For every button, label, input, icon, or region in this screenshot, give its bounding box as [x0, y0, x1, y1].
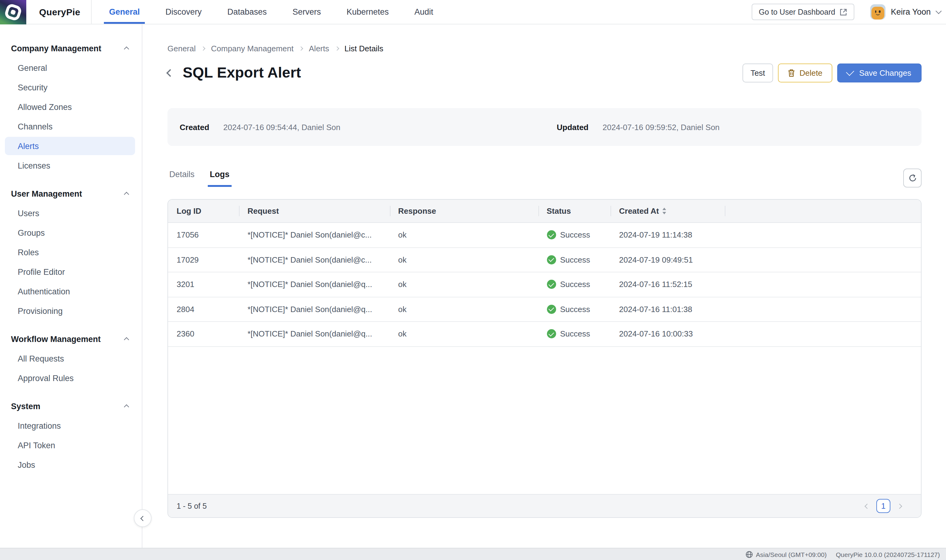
- table-row[interactable]: 2804 *[NOTICE]* Daniel Son(daniel@q... o…: [168, 297, 921, 322]
- sidebar-item-api-token[interactable]: API Token: [5, 436, 135, 454]
- cell-status: Success: [538, 322, 610, 346]
- cell-response: ok: [390, 272, 538, 297]
- table-row[interactable]: 17029 *[NOTICE]* Daniel Son(daniel@c... …: [168, 248, 921, 272]
- nav-servers[interactable]: Servers: [293, 0, 321, 24]
- breadcrumb-general[interactable]: General: [168, 44, 196, 53]
- user-menu[interactable]: Keira Yoon: [870, 4, 940, 20]
- sidebar-item-licenses[interactable]: Licenses: [5, 156, 135, 175]
- sidebar-item-provisioning[interactable]: Provisioning: [5, 302, 135, 320]
- cell-request: *[NOTICE]* Daniel Son(daniel@c...: [239, 248, 390, 272]
- sidebar-item-integrations[interactable]: Integrations: [5, 417, 135, 435]
- sort-icon[interactable]: [663, 208, 666, 214]
- sidebar-section-user-management[interactable]: User Management: [0, 185, 142, 203]
- save-changes-button[interactable]: Save Changes: [837, 63, 921, 82]
- page-actions: Test Delete Save Changes: [743, 63, 921, 82]
- updated-label: Updated: [557, 122, 589, 132]
- external-link-icon: [840, 8, 847, 15]
- chevron-up-icon: [124, 46, 129, 52]
- sidebar-item-jobs[interactable]: Jobs: [5, 455, 135, 474]
- querypie-logo[interactable]: [0, 0, 26, 24]
- version-label: QueryPie 10.0.0 (20240725-171127): [836, 551, 940, 558]
- sidebar-item-general[interactable]: General: [5, 58, 135, 77]
- pagination: 1: [863, 499, 903, 513]
- status-label: Success: [560, 329, 590, 338]
- dashboard-button-label: Go to User Dashboard: [759, 8, 835, 16]
- status-label: Success: [560, 280, 590, 289]
- updated-value: 2024-07-16 09:59:52, Daniel Son: [602, 122, 720, 132]
- sidebar-section-company-management[interactable]: Company Management: [0, 39, 142, 57]
- status-label: Success: [560, 305, 590, 314]
- cell-log-id: 2360: [168, 322, 239, 346]
- status-label: Success: [560, 231, 590, 240]
- cell-created-at: 2024-07-16 11:01:38: [610, 297, 724, 321]
- column-header-log-id: Log ID: [168, 200, 239, 222]
- cell-created-at: 2024-07-19 11:14:38: [610, 223, 724, 247]
- primary-nav: General Discovery Databases Servers Kube…: [109, 0, 433, 24]
- tab-details[interactable]: Details: [168, 169, 196, 185]
- table-row[interactable]: 17056 *[NOTICE]* Daniel Son(daniel@c... …: [168, 223, 921, 248]
- cell-log-id: 17029: [168, 248, 239, 272]
- chevron-left-icon: [166, 69, 174, 76]
- sidebar-section-workflow-management[interactable]: Workflow Management: [0, 330, 142, 348]
- cell-request: *[NOTICE]* Daniel Son(daniel@q...: [239, 297, 390, 321]
- test-button[interactable]: Test: [743, 63, 773, 82]
- breadcrumb-alerts[interactable]: Alerts: [309, 44, 329, 53]
- delete-button[interactable]: Delete: [778, 63, 832, 82]
- breadcrumb-company-management[interactable]: Company Management: [211, 44, 294, 53]
- chevron-down-icon: [935, 8, 942, 14]
- next-page-button[interactable]: [896, 502, 903, 509]
- cell-response: ok: [390, 248, 538, 272]
- page-title: SQL Export Alert: [183, 64, 301, 81]
- nav-kubernetes[interactable]: Kubernetes: [347, 0, 389, 24]
- table-row[interactable]: 2360 *[NOTICE]* Daniel Son(daniel@q... o…: [168, 322, 921, 346]
- success-check-icon: [547, 305, 556, 314]
- chevron-right-icon: [334, 46, 339, 51]
- sidebar-item-approval-rules[interactable]: Approval Rules: [5, 369, 135, 387]
- cell-created-at: 2024-07-16 10:00:33: [610, 322, 724, 346]
- cell-response: ok: [390, 297, 538, 321]
- table-row[interactable]: 3201 *[NOTICE]* Daniel Son(daniel@q... o…: [168, 272, 921, 297]
- sidebar-item-groups[interactable]: Groups: [5, 223, 135, 242]
- created-label: Created: [180, 122, 209, 132]
- page-number[interactable]: 1: [876, 499, 891, 513]
- record-meta-bar: Created 2024-07-16 09:54:44, Daniel Son …: [168, 108, 921, 146]
- table-header-row: Log ID Request Response Status Created A…: [168, 200, 921, 223]
- delete-button-label: Delete: [799, 68, 822, 77]
- cell-status: Success: [538, 272, 610, 297]
- sidebar-collapse-button[interactable]: [134, 509, 151, 527]
- tab-logs[interactable]: Logs: [208, 169, 232, 187]
- sidebar-item-channels[interactable]: Channels: [5, 117, 135, 135]
- sidebar-item-alerts[interactable]: Alerts: [5, 137, 135, 155]
- back-button[interactable]: [168, 65, 179, 80]
- sidebar-item-authentication[interactable]: Authentication: [5, 282, 135, 300]
- check-icon: [846, 68, 854, 76]
- column-header-empty: [724, 200, 921, 222]
- go-to-user-dashboard-button[interactable]: Go to User Dashboard: [751, 4, 854, 20]
- success-check-icon: [547, 329, 556, 338]
- status-bar: Asia/Seoul (GMT+09:00) QueryPie 10.0.0 (…: [0, 548, 946, 560]
- refresh-button[interactable]: [903, 169, 921, 188]
- cell-request: *[NOTICE]* Daniel Son(daniel@c...: [239, 223, 390, 247]
- header-divider: [91, 0, 92, 24]
- cell-response: ok: [390, 322, 538, 346]
- column-header-request: Request: [239, 200, 390, 222]
- sidebar-item-allowed-zones[interactable]: Allowed Zones: [5, 98, 135, 116]
- cell-log-id: 17056: [168, 223, 239, 247]
- nav-databases[interactable]: Databases: [227, 0, 267, 24]
- sidebar-section-system[interactable]: System: [0, 397, 142, 415]
- breadcrumb-list-details: List Details: [344, 44, 383, 53]
- sidebar-item-roles[interactable]: Roles: [5, 243, 135, 262]
- nav-discovery[interactable]: Discovery: [166, 0, 202, 24]
- cell-request: *[NOTICE]* Daniel Son(daniel@q...: [239, 322, 390, 346]
- sidebar-item-security[interactable]: Security: [5, 78, 135, 97]
- sidebar-item-users[interactable]: Users: [5, 204, 135, 222]
- column-header-response: Response: [390, 200, 538, 222]
- sidebar-item-all-requests[interactable]: All Requests: [5, 349, 135, 368]
- sidebar-item-profile-editor[interactable]: Profile Editor: [5, 263, 135, 281]
- column-header-created-at[interactable]: Created At: [610, 200, 724, 222]
- prev-page-button[interactable]: [863, 502, 871, 509]
- success-check-icon: [547, 255, 556, 265]
- column-header-status: Status: [538, 200, 610, 222]
- nav-general[interactable]: General: [109, 0, 140, 24]
- nav-audit[interactable]: Audit: [414, 0, 433, 24]
